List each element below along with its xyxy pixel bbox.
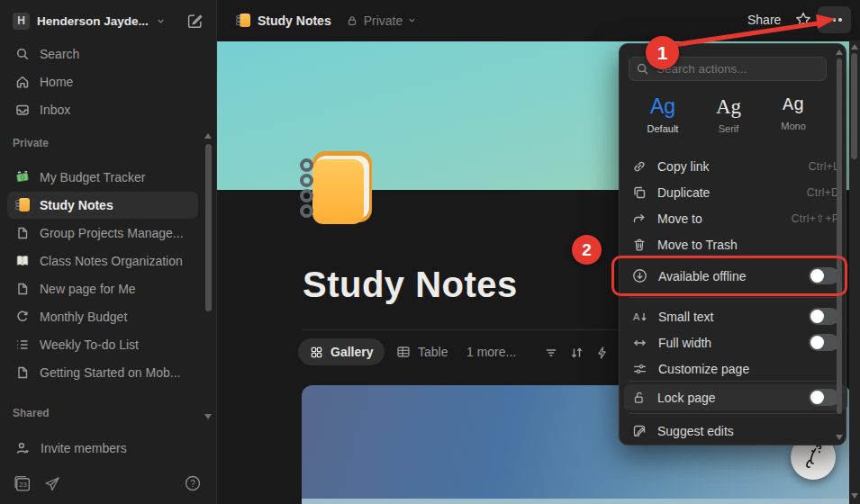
menu-item-full-width[interactable]: Full width	[624, 329, 847, 356]
money-icon	[15, 170, 30, 184]
share-button[interactable]: Share	[747, 13, 781, 27]
sidebar-item-label: Getting Started on Mob...	[40, 365, 180, 380]
sidebar-item-getting-started[interactable]: Getting Started on Mob...	[7, 360, 198, 385]
menu-item-move-to[interactable]: Move to Ctrl+⇧+P	[624, 205, 847, 231]
menu-item-label: Small text	[658, 310, 713, 324]
more-views-label: 1 more...	[466, 345, 516, 359]
inbox-icon	[15, 103, 30, 117]
annotation-step-2: 2	[572, 235, 602, 265]
sync-icon	[15, 310, 30, 324]
menu-item-duplicate[interactable]: Duplicate Ctrl+D	[624, 179, 847, 205]
sidebar-item-monthly-budget[interactable]: Monthly Budget	[7, 304, 198, 329]
menu-item-small-text[interactable]: A Small text	[624, 303, 847, 329]
annotation-step-1: 1	[646, 36, 679, 69]
page-title: Study Notes	[303, 265, 518, 305]
menu-scrollbar[interactable]	[835, 48, 844, 442]
menu-item-move-to-trash[interactable]: Move to Trash	[624, 231, 847, 257]
menu-item-lock-page[interactable]: Lock page	[624, 384, 847, 410]
section-label-shared[interactable]: Shared	[13, 407, 50, 419]
menu-item-label: Suggest edits	[657, 424, 734, 438]
lightning-icon[interactable]	[595, 346, 609, 360]
workspace-avatar: H	[13, 13, 30, 30]
duplicate-icon	[632, 185, 647, 200]
sliders-icon	[632, 362, 647, 376]
help-glyph: ?	[190, 479, 195, 489]
move-to-arrow-icon	[632, 212, 647, 226]
step-number: 2	[582, 240, 592, 260]
menu-item-customize-page[interactable]: Customize page	[624, 356, 847, 382]
calendar-day: 23	[19, 481, 27, 489]
sidebar-item-label: Weekly To-do List	[40, 338, 139, 352]
sidebar-item-label: My Budget Tracker	[40, 170, 146, 184]
lock-icon	[346, 14, 358, 27]
menu-item-label: Customize page	[658, 362, 749, 376]
letter-a-glyph: A	[633, 311, 640, 322]
page-icon	[15, 282, 30, 296]
font-option-serif[interactable]: Ag Serif	[705, 96, 752, 134]
more-views-button[interactable]: 1 more...	[466, 338, 516, 365]
unlock-icon	[632, 391, 647, 405]
sidebar-item-weekly-todo[interactable]: Weekly To-do List	[7, 332, 198, 357]
search-icon	[15, 47, 30, 61]
tab-table-view[interactable]: Table	[396, 338, 448, 365]
gallery-grid-icon	[310, 346, 323, 359]
font-sample: Ag	[716, 96, 741, 117]
menu-item-copy-link[interactable]: Copy link Ctrl+L	[624, 153, 847, 179]
sidebar-item-label: Study Notes	[40, 198, 113, 212]
favorite-star-icon[interactable]	[794, 11, 812, 29]
step-number: 1	[657, 42, 668, 64]
sidebar-item-label: Monthly Budget	[40, 310, 127, 324]
home-icon	[15, 75, 30, 89]
search-icon	[636, 62, 649, 76]
font-sample: Ag	[783, 96, 804, 114]
workspace-switcher[interactable]: H Henderson Jayde...	[7, 7, 209, 34]
menu-item-label: Move to	[657, 212, 702, 226]
invite-members-label: Invite members	[41, 441, 127, 455]
font-option-default[interactable]: Ag Default	[639, 96, 686, 134]
full-width-icon	[632, 336, 647, 350]
sort-icon[interactable]	[569, 346, 584, 360]
trash-icon	[632, 238, 647, 252]
menu-item-label: Move to Trash	[657, 238, 738, 252]
calendar-icon[interactable]: 23	[13, 474, 32, 493]
sidebar-item-label: Home	[40, 75, 73, 89]
link-icon	[632, 159, 647, 174]
notebook-icon	[236, 14, 250, 28]
tab-gallery-view[interactable]: Gallery	[298, 338, 385, 365]
send-plane-icon[interactable]	[43, 475, 61, 493]
menu-item-label: Copy link	[657, 159, 710, 174]
font-option-mono[interactable]: Ag Mono	[770, 96, 817, 131]
table-icon	[396, 345, 411, 359]
app-window: Study Notes Gallery Table 1 more...	[0, 0, 860, 504]
more-options-button[interactable]	[818, 6, 851, 33]
menu-item-label: Lock page	[657, 391, 716, 405]
sidebar-item-class-notes[interactable]: Class Notes Organization	[7, 248, 198, 274]
table-view-label: Table	[418, 345, 448, 359]
invite-person-icon	[15, 441, 31, 456]
sidebar-item-group-projects[interactable]: Group Projects Manage...	[7, 220, 198, 246]
page-icon-notebook[interactable]	[300, 151, 372, 224]
list-icon	[15, 338, 30, 352]
page-icon	[15, 365, 30, 380]
workspace-name: Henderson Jayde...	[37, 14, 149, 28]
font-label: Serif	[719, 123, 739, 134]
menu-item-suggest-edits[interactable]: Suggest edits	[624, 418, 847, 444]
section-label-private[interactable]: Private	[13, 137, 49, 149]
new-page-compose-icon[interactable]	[186, 13, 204, 30]
sidebar-item-my-budget-tracker[interactable]: My Budget Tracker	[7, 165, 198, 190]
sidebar-item-search[interactable]: Search	[7, 41, 198, 67]
privacy-badge[interactable]: Private	[364, 14, 403, 28]
breadcrumb-page-title[interactable]: Study Notes	[258, 14, 331, 28]
menu-item-label: Full width	[658, 336, 711, 350]
page-scrollbar[interactable]	[849, 40, 860, 504]
font-label: Mono	[781, 121, 806, 131]
help-icon[interactable]: ?	[184, 474, 202, 492]
filter-icon[interactable]	[544, 346, 558, 360]
sidebar-scrollbar[interactable]	[204, 131, 213, 425]
invite-members-button[interactable]: Invite members	[7, 436, 198, 461]
sidebar-item-home[interactable]: Home	[7, 69, 198, 94]
sidebar-item-new-page[interactable]: New page for Me	[7, 276, 198, 302]
book-icon	[15, 254, 30, 268]
sidebar-item-inbox[interactable]: Inbox	[7, 97, 198, 122]
sidebar-item-study-notes[interactable]: Study Notes	[7, 192, 198, 219]
